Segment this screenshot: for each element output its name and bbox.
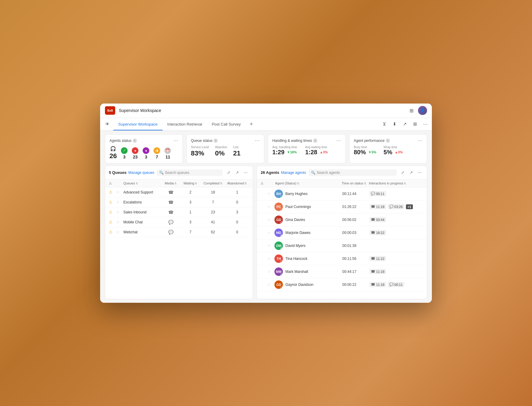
agent-status-dot [280,222,283,224]
queue-fav-cell[interactable]: ☆ [116,200,123,204]
agent-row[interactable]: ☆ PC Paul Cummings 01:26:22 ☎ 11:18 💬 03… [257,200,427,213]
agents-more-icon[interactable]: ⋯ [416,169,423,176]
agents-external-icon[interactable]: ↗ [407,169,415,176]
manage-agents-link[interactable]: Manage agents [281,171,306,175]
queue-status-info-icon[interactable]: i [214,139,218,143]
avg-handling-trend: ▼18% [286,150,298,154]
headset-icon: 🎧 [110,145,116,152]
agent-favorite-star-icon[interactable]: ☆ [267,256,271,261]
add-tab-button[interactable]: + [247,120,256,129]
agent-favorite-star-icon[interactable]: ☆ [267,191,271,196]
agent-fav-cell[interactable]: ☆ [267,243,274,248]
favorite-star-icon[interactable]: ☆ [116,200,120,204]
agent-row[interactable]: ☆ MD Marjorie Dawes 00:00:03 ☎ 18:22 [257,226,427,239]
col-waiting-header: Waiting⇅ [180,181,201,185]
queue-completed-cell: 7 [201,200,225,204]
queue-media-cell: 💬 [162,220,180,225]
agent-fav-cell[interactable]: ☆ [267,191,274,196]
queue-fav-cell[interactable]: ☆ [116,190,123,194]
queue-name-cell: Sales Inbound [123,210,162,214]
sidebar-toggle-button[interactable]: 👁 [103,119,112,129]
col-agent-name-header: Agent (Status)⇅ [275,181,342,185]
queue-fav-cell[interactable]: ☆ [116,210,123,214]
handling-times-info-icon[interactable]: i [313,139,317,143]
favorite-star-icon[interactable]: ☆ [116,190,120,194]
agent-fav-cell[interactable]: ☆ [267,230,274,235]
agent-status-dot [280,286,283,289]
tab-post-call-survey[interactable]: Post Call Survey [207,118,245,130]
agents-search-box[interactable]: 🔍 Search agents [309,169,397,176]
agent-name-cell: GD Gaynor Davidson [274,280,342,289]
agent-favorite-star-icon[interactable]: ☆ [267,243,271,248]
agent-name-label: Marjorie Dawes [285,231,310,235]
interaction-badge: ☎ 11:18 [369,204,386,209]
queues-search-box[interactable]: 🔍 Search queues [157,169,223,176]
favorite-star-icon[interactable]: ☆ [116,210,120,214]
agent-favorite-star-icon[interactable]: ☆ [267,269,271,274]
agent-favorite-star-icon[interactable]: ☆ [267,230,271,235]
queue-status-more-button[interactable]: ⋯ [255,138,260,143]
queue-status-card: Queue status i ⋯ Service Level 83% Aband… [186,134,264,163]
agent-fav-cell[interactable]: ☆ [267,282,274,287]
media-type-icon: ☎ [168,190,173,195]
media-type-icon: ☎ [168,210,173,215]
user-avatar[interactable]: 👤 [418,106,427,115]
agent-interactions-cell: ☎ 11:22 [369,256,424,261]
agent-fav-cell[interactable]: ☆ [267,269,274,274]
agent-favorite-star-icon[interactable]: ☆ [267,282,271,287]
agent-fav-cell[interactable]: ☆ [267,204,274,209]
download-icon[interactable]: ⬇ [390,120,399,128]
queues-panel-header: 5 Queues Manage queues 🔍 Search queues ⤢… [105,166,253,180]
tab-supervisor-workspace[interactable]: Supervisor Workspace [113,118,163,130]
warning-icon: ⚠ [109,230,112,234]
agents-status-info-icon[interactable]: i [133,139,137,143]
queues-more-icon[interactable]: ⋯ [242,169,249,176]
agent-row[interactable]: ☆ MM Mark Marshall 00:44:17 ☎ 11:18 [257,265,427,278]
queues-external-icon[interactable]: ↗ [233,169,241,176]
agent-row[interactable]: ☆ BH Barry Hughes 00:11:44 💬 00:11 [257,187,427,200]
more-options-icon[interactable]: ⋯ [421,120,429,128]
col-interactions-header: Interactions in progress⇅ [369,181,423,185]
export-icon[interactable]: ↗ [401,120,409,128]
agent-fav-cell[interactable]: ☆ [267,256,274,261]
queue-alert-cell: ⚠ [109,230,116,234]
queue-media-cell: 💬 [162,230,180,235]
grid-view-button[interactable]: ⊞ [407,106,416,115]
phone-icon: ☎ [371,270,375,273]
agents-status-title: Agents status i [109,139,137,143]
table-row[interactable]: ⚠ ☆ Escalations ☎ 3 7 0 [105,197,253,207]
agents-panel-header: 26 Agents Manage agents 🔍 Search agents … [257,166,427,180]
favorite-star-icon[interactable]: ☆ [116,220,120,224]
queue-completed-cell: 23 [201,210,225,214]
tab-bar: 👁 Supervisor Workspace Interaction Retri… [100,118,432,131]
favorite-star-icon[interactable]: ☆ [116,230,120,234]
agent-row[interactable]: ☆ GD Gaynor Davidson 00:00:22 ☎ 11:18 💬 … [257,278,427,291]
agents-status-more-button[interactable]: ⋯ [173,138,178,143]
agents-expand-icon[interactable]: ⤢ [399,169,406,176]
handling-times-more-button[interactable]: ⋯ [336,138,341,143]
apps-icon[interactable]: ⊞ [411,120,419,128]
agent-favorite-star-icon[interactable]: ☆ [267,217,271,222]
tab-interaction-retrieval[interactable]: Interaction Retrieval [163,118,207,130]
agent-row[interactable]: ☆ GD Gina Davies 00:56:02 ☎ 03:44 [257,213,427,226]
agent-status-dot [280,209,283,211]
agent-favorite-star-icon[interactable]: ☆ [267,204,271,209]
queue-fav-cell[interactable]: ☆ [116,230,123,234]
agent-row[interactable]: ☆ DM David Myers 00:01:38 [257,239,427,252]
agent-performance-more-button[interactable]: ⋯ [418,138,423,143]
table-row[interactable]: ⚠ ☆ Sales Inbound ☎ 1 23 3 [105,207,253,217]
agent-row[interactable]: ☆ TH Tina Hancock 00:11:56 ☎ 11:22 [257,252,427,265]
agent-fav-cell[interactable]: ☆ [267,217,274,222]
queue-media-cell: ☎ [162,200,180,205]
table-row[interactable]: ⚠ ☆ Advanced Support ☎ 2 18 1 [105,187,253,197]
queue-alert-cell: ⚠ [109,210,116,214]
filter-icon[interactable]: ⊻ [380,120,388,128]
queues-expand-icon[interactable]: ⤢ [225,169,232,176]
queue-fav-cell[interactable]: ☆ [116,220,123,224]
queue-status-title: Queue status i [191,139,218,143]
manage-queues-link[interactable]: Manage queues [128,171,154,175]
interaction-badge: 💬 00:11 [388,282,404,287]
table-row[interactable]: ⚠ ☆ Webchat 💬 7 62 0 [105,227,253,237]
agent-performance-info-icon[interactable]: i [386,139,390,143]
table-row[interactable]: ⚠ ☆ Mobile Chat 💬 3 41 0 [105,217,253,227]
